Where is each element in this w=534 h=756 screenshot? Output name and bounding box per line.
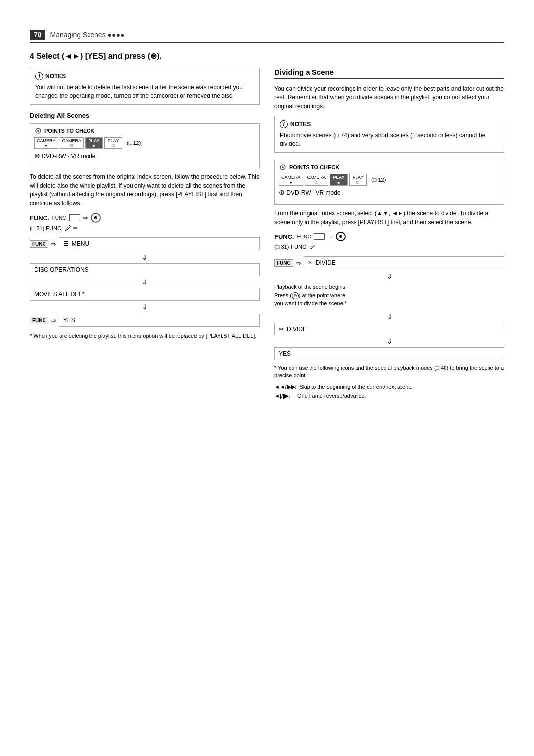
arrow-down-d2: ⇓	[274, 313, 504, 321]
svg-point-1	[37, 130, 39, 132]
func-row-label-right: FUNC. FUNC ⇨ ⊛	[274, 232, 504, 241]
points-box-right: POINTS TO CHECK CAMERA● CAMERA□ PLAY■ PL…	[274, 160, 504, 205]
func-rect-right	[314, 233, 325, 240]
func-ref-row: (□ 31) FUNC. 🖊 ⇨	[30, 224, 260, 232]
func-arrow-r: ⇨	[328, 233, 333, 240]
func-btn-yes: FUNC	[30, 317, 48, 324]
divide-box-1: ✂ DIVIDE	[304, 256, 504, 269]
menu-icon: ☰	[63, 240, 69, 247]
info-icon-right: i	[280, 120, 288, 128]
arrow-r2: ⇨	[51, 317, 56, 324]
camera-btn-r2: CAMERA□	[305, 174, 329, 186]
page: 70 Managing Scenes ●●●● 4 Select (◄►) [Y…	[0, 0, 534, 756]
set-btn-right: ⊛	[336, 232, 346, 241]
func-yes-row: FUNC ⇨ YES	[30, 312, 260, 329]
two-column-layout: i NOTES You will not be able to delete t…	[30, 68, 504, 400]
scissors-icon-1: ✂	[308, 259, 313, 266]
func-label-left: FUNC.	[30, 214, 49, 222]
camera-btn-1: CAMERA●	[34, 137, 58, 149]
scissors-icon-2: ✂	[279, 326, 284, 332]
yes-box-right: YES	[274, 347, 504, 360]
func-step-menu-row: FUNC ⇨ ☰ MENU	[30, 236, 260, 252]
skip-text-1: Skip to the beginning of the current/nex…	[300, 383, 413, 391]
step4-heading: 4 Select (◄►) [YES] and press (⊛).	[30, 51, 504, 61]
func-row-label: FUNC. FUNC ⇨ ⊛	[30, 213, 260, 223]
arrow-down-d1: ⇓	[274, 272, 504, 280]
page-number: 70	[30, 30, 45, 40]
func-diagram-left: FUNC. FUNC ⇨ ⊛ (□ 31) FUNC. 🖊 ⇨	[30, 213, 260, 232]
dividing-body: You can divide your recordings in order …	[274, 84, 504, 111]
svg-point-3	[282, 166, 284, 168]
func-diagram-right: FUNC. FUNC ⇨ ⊛ (□ 31) FUNC. 🖊	[274, 232, 504, 250]
camera-btn-2: CAMERA□	[60, 137, 84, 149]
arrow-r1: ⇨	[51, 240, 56, 248]
page-ref-right: (□ 12)	[371, 177, 386, 183]
notes-text-left: You will not be able to delete the last …	[35, 83, 254, 100]
play-btn-2: PLAY□	[104, 137, 122, 149]
points-title-right: POINTS TO CHECK	[279, 163, 500, 171]
skip-symbol-1: ◄◄/▶▶:	[274, 383, 297, 391]
func-label-right: FUNC.	[274, 233, 294, 240]
play-btn-r1: PLAY■	[330, 174, 348, 186]
footnote-left: * When you are deleting the playlist, th…	[30, 332, 260, 340]
mode-buttons-left: CAMERA● CAMERA□ PLAY■ PLAY□ (□ 12)	[34, 137, 255, 149]
disc-ops-box: DISC OPERATIONS	[30, 263, 260, 276]
points-icon-right	[279, 163, 287, 171]
page-header: 70 Managing Scenes ●●●●	[30, 30, 504, 43]
play-btn-r2: PLAY□	[349, 174, 367, 186]
notes-title-right: i NOTES	[280, 120, 499, 128]
set-icon-inline: ⊛	[292, 292, 299, 299]
arrow-div: ⇨	[296, 259, 301, 267]
skip-row-1: ◄◄/▶▶: Skip to the beginning of the curr…	[274, 383, 504, 391]
func-small-left: FUNC	[52, 215, 66, 221]
func-pencil: 🖊	[65, 224, 71, 232]
arrow-down-d3: ⇓	[274, 337, 504, 345]
notes-text-right: Photomovie scenes (□ 74) and very short …	[280, 131, 499, 148]
dividing-body2: From the original index screen, select (…	[274, 209, 504, 227]
points-box-left: POINTS TO CHECK CAMERA● CAMERA□ PLAY■ PL…	[30, 123, 260, 168]
arrow-down-3: ⇓	[30, 303, 260, 311]
page-title: Managing Scenes ●●●●	[50, 31, 125, 39]
mode-buttons-right: CAMERA● CAMERA□ PLAY■ PLAY□ (□ 12)	[279, 174, 500, 186]
divide-steps: FUNC ⇨ ✂ DIVIDE ⇓ Playback of the scene …	[274, 254, 504, 360]
func-small-right: FUNC	[297, 234, 311, 239]
points-icon-left	[34, 127, 42, 135]
arrow-down-1: ⇓	[30, 253, 260, 261]
movies-all-del-box: MOVIES ALL DEL*	[30, 288, 260, 301]
left-column: i NOTES You will not be able to delete t…	[30, 68, 260, 400]
func-menu-step: FUNC ⇨ ☰ MENU ⇓ DISC OPERATIONS ⇓ MOVIES…	[30, 236, 260, 329]
deleting-all-heading: Deleting All Scenes	[30, 112, 260, 119]
notes-box-left: i NOTES You will not be able to delete t…	[30, 68, 260, 105]
func-btn-left: FUNC	[30, 240, 48, 248]
func-ref-row-right: (□ 31) FUNC. 🖊	[274, 243, 504, 250]
deleting-body: To delete all the scenes from the origin…	[30, 172, 260, 208]
right-column: Dividing a Scene You can divide your rec…	[274, 68, 504, 400]
skip-text-2: One frame reverse/advance.	[297, 392, 366, 400]
arrow-down-2: ⇓	[30, 278, 260, 286]
set-btn-left: ⊛	[91, 213, 101, 223]
func-btn-divide: FUNC	[274, 259, 293, 267]
func-arrow-left: ⇨	[83, 214, 88, 221]
points-title-left: POINTS TO CHECK	[34, 127, 255, 135]
skip-row-2: ◄|/|▶: One frame reverse/advance.	[274, 392, 504, 400]
dividing-heading: Dividing a Scene	[274, 68, 504, 79]
func-rect-left	[69, 214, 80, 221]
skip-symbol-2: ◄|/|▶:	[274, 392, 294, 400]
divide-box-2: ✂ DIVIDE	[274, 323, 504, 335]
disc-type-right: ⊛ DVD-RW · VR mode	[279, 189, 500, 196]
camera-btn-r1: CAMERA●	[279, 174, 303, 186]
skip-icons: ◄◄/▶▶: Skip to the beginning of the curr…	[274, 383, 504, 400]
yes-box: YES	[59, 314, 260, 327]
menu-box: ☰ MENU	[59, 237, 260, 250]
notes-box-right: i NOTES Photomovie scenes (□ 74) and ver…	[274, 116, 504, 153]
page-ref-left: (□ 12)	[127, 140, 141, 146]
play-btn-1: PLAY■	[85, 137, 103, 149]
disc-type-left: ⊛ DVD-RW · VR mode	[34, 152, 255, 160]
footnote-right: * You can use the following icons and th…	[274, 364, 504, 400]
notes-title-left: i NOTES	[35, 72, 254, 80]
playback-note: Playback of the scene begins. Press (⊛) …	[274, 283, 504, 308]
func-divide-row: FUNC ⇨ ✂ DIVIDE	[274, 254, 504, 271]
info-icon-left: i	[35, 72, 43, 80]
func-pencil-right: 🖊	[310, 243, 316, 250]
